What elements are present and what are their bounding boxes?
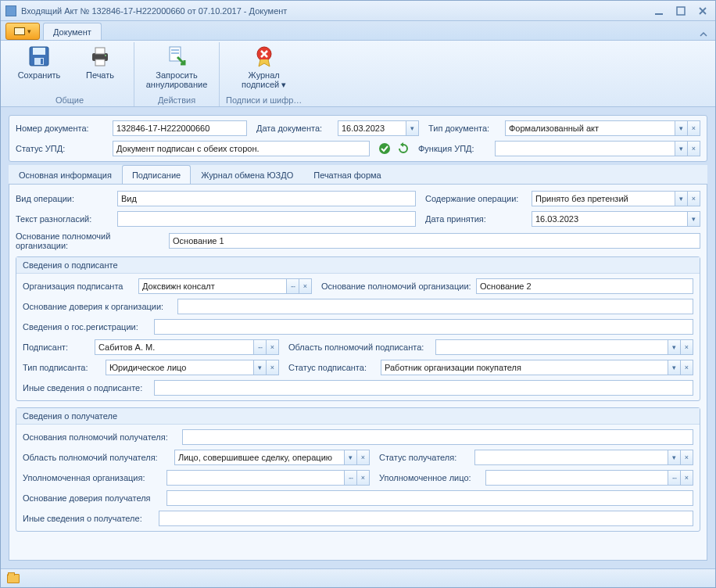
- recip-auth-area-label: Область полномочий получателя:: [23, 453, 170, 462]
- signer-type-clear[interactable]: ×: [267, 360, 279, 375]
- recip-other-field[interactable]: [159, 511, 693, 526]
- doc-date-dropdown[interactable]: ▾: [406, 120, 419, 136]
- accept-date-field[interactable]: 16.03.2023: [532, 211, 688, 227]
- ribbon-collapse-button[interactable]: [698, 29, 709, 40]
- app-menu-icon: [14, 27, 25, 35]
- folder-icon[interactable]: [7, 574, 20, 583]
- print-button[interactable]: Печать: [73, 44, 127, 80]
- trust-basis-label: Основание доверия к организации:: [23, 302, 173, 311]
- upd-func-label: Функция УПД:: [418, 144, 490, 153]
- tab-main-info[interactable]: Основная информация: [9, 165, 122, 184]
- doc-date-field[interactable]: 16.03.2023: [338, 120, 406, 136]
- doc-number-field[interactable]: 132846-17-H222000660: [113, 120, 247, 136]
- svg-rect-1: [677, 7, 685, 15]
- signer-org-field[interactable]: Доксвижн консалт: [138, 278, 287, 294]
- recip-org-field[interactable]: [166, 470, 345, 486]
- upd-func-clear[interactable]: ×: [688, 141, 700, 156]
- refresh-icon[interactable]: [396, 142, 410, 156]
- close-button[interactable]: [695, 5, 711, 17]
- op-kind-field[interactable]: Вид: [117, 191, 416, 206]
- recip-status-field[interactable]: [474, 450, 668, 465]
- minimize-button[interactable]: [651, 5, 667, 17]
- signer-auth-area-field[interactable]: [435, 339, 668, 355]
- signer-org-clear[interactable]: ×: [299, 278, 312, 294]
- tab-signing[interactable]: Подписание: [122, 165, 191, 184]
- doc-type-dropdown[interactable]: ▾: [675, 120, 688, 136]
- signer-auth-area-dropdown[interactable]: ▾: [668, 339, 681, 355]
- print-label: Печать: [86, 70, 114, 80]
- svg-point-14: [379, 143, 390, 154]
- recip-other-label: Иные сведения о получателе:: [23, 514, 154, 523]
- trust-basis-field[interactable]: [177, 299, 693, 314]
- signer-group-header: Сведения о подписанте: [16, 257, 700, 274]
- recip-auth-basis-field[interactable]: [182, 429, 693, 445]
- recipient-group: Сведения о получателе Основания полномоч…: [16, 407, 700, 532]
- maximize-button[interactable]: [673, 5, 689, 17]
- ribbon-group-common: Сохранить Печать Общие: [5, 42, 134, 106]
- recip-person-field[interactable]: [485, 470, 668, 486]
- tab-exchange-journal[interactable]: Журнал обмена ЮЗДО: [191, 165, 303, 184]
- svg-rect-5: [41, 59, 43, 64]
- signer-status-dropdown[interactable]: ▾: [668, 360, 681, 375]
- signer-type-label: Тип подписанта:: [23, 363, 101, 372]
- org-auth-basis-field[interactable]: Основание 1: [169, 233, 700, 249]
- signer-org-browse[interactable]: ···: [287, 278, 299, 294]
- tabs: Основная информация Подписание Журнал об…: [9, 165, 707, 185]
- doc-type-label: Тип документа:: [428, 124, 500, 133]
- signer-auth-basis-field[interactable]: Основание 2: [476, 278, 693, 294]
- op-content-field[interactable]: Принято без претензий: [532, 191, 675, 206]
- op-content-dropdown[interactable]: ▾: [675, 191, 688, 206]
- signature-journal-button[interactable]: Журналподписей ▾: [237, 44, 292, 89]
- signer-clear[interactable]: ×: [267, 339, 279, 355]
- recip-org-browse[interactable]: ···: [345, 470, 357, 486]
- accept-date-dropdown[interactable]: ▾: [688, 211, 700, 227]
- recip-auth-basis-label: Основания полномочий получателя:: [23, 432, 177, 442]
- svg-rect-3: [33, 48, 45, 55]
- accept-date-label: Дата принятия:: [425, 214, 527, 224]
- signer-browse[interactable]: ···: [254, 339, 267, 355]
- statusbar: [1, 568, 715, 587]
- upd-func-dropdown[interactable]: ▾: [675, 141, 688, 156]
- signer-status-clear[interactable]: ×: [681, 360, 693, 375]
- titlebar: Входящий Акт № 132846-17-H222000660 от 0…: [1, 1, 715, 21]
- save-button[interactable]: Сохранить: [12, 44, 66, 80]
- dis-text-field[interactable]: [117, 211, 416, 227]
- recip-auth-area-clear[interactable]: ×: [357, 450, 370, 465]
- ribbon-group-signatures: Журналподписей ▾ Подписи и шифр…: [220, 42, 308, 106]
- app-icon: [5, 5, 16, 16]
- tab-print-form[interactable]: Печатная форма: [303, 165, 391, 184]
- signer-field[interactable]: Сабитов А. М.: [95, 339, 254, 355]
- ribbon-tab-document[interactable]: Документ: [43, 23, 102, 40]
- gov-reg-field[interactable]: [154, 319, 693, 335]
- recip-status-clear[interactable]: ×: [681, 450, 693, 465]
- recip-person-browse[interactable]: ···: [668, 470, 681, 486]
- upd-status-field[interactable]: Документ подписан с обеих сторон.: [113, 141, 370, 156]
- recip-status-dropdown[interactable]: ▾: [668, 450, 681, 465]
- recip-org-clear[interactable]: ×: [357, 470, 370, 486]
- signer-auth-area-clear[interactable]: ×: [681, 339, 693, 355]
- app-menu-button[interactable]: ▾: [5, 23, 40, 40]
- op-content-clear[interactable]: ×: [688, 191, 700, 206]
- recip-person-clear[interactable]: ×: [681, 470, 693, 486]
- recip-auth-area-dropdown[interactable]: ▾: [345, 450, 357, 465]
- recipient-group-header: Сведения о получателе: [16, 408, 700, 425]
- signer-status-field[interactable]: Работник организации покупателя: [381, 360, 668, 375]
- signer-type-dropdown[interactable]: ▾: [254, 360, 267, 375]
- recip-trust-field[interactable]: [166, 490, 693, 506]
- ribbon-group-common-label: Общие: [55, 94, 84, 106]
- signer-other-field[interactable]: [154, 380, 693, 396]
- request-cancellation-button[interactable]: Запроситьаннулирование: [141, 44, 213, 89]
- signer-label: Подписант:: [23, 342, 90, 352]
- doc-type-clear[interactable]: ×: [688, 120, 700, 136]
- chevron-down-icon: ▾: [281, 80, 286, 89]
- signature-journal-label: Журналподписей ▾: [242, 70, 286, 89]
- signer-type-field[interactable]: Юридическое лицо: [106, 360, 254, 375]
- doc-type-field[interactable]: Формализованный акт: [505, 120, 675, 136]
- status-check-icon: [378, 142, 392, 156]
- ribbon: Сохранить Печать Общие Запросит: [1, 40, 715, 107]
- request-cancellation-label: Запроситьаннулирование: [146, 70, 208, 89]
- signer-auth-basis-label: Основание полномочий организации:: [321, 281, 471, 291]
- printer-icon: [88, 44, 113, 69]
- upd-func-field[interactable]: [495, 141, 675, 156]
- recip-auth-area-field[interactable]: Лицо, совершившее сделку, операцию: [174, 450, 345, 465]
